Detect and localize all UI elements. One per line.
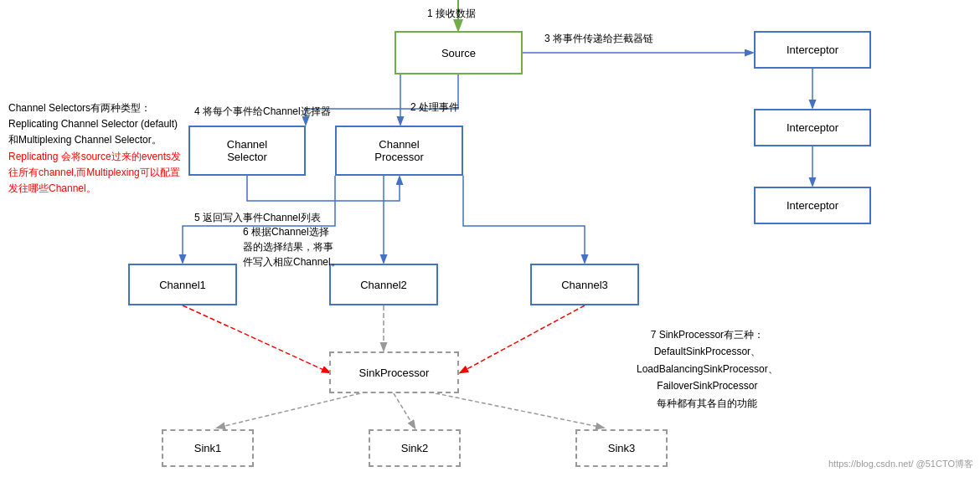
svg-line-8 xyxy=(461,305,585,372)
label-pass-interceptor: 3 将事件传递给拦截器链 xyxy=(544,32,653,46)
interceptor1-label: Interceptor xyxy=(787,44,838,56)
channel3-label: Channel3 xyxy=(561,279,608,291)
svg-line-9 xyxy=(218,393,360,428)
label-process-event: 2 处理事件 xyxy=(410,100,459,115)
interceptor1-box: Interceptor xyxy=(754,31,871,69)
sink2-label: Sink2 xyxy=(401,442,429,454)
sink3-label: Sink3 xyxy=(608,442,636,454)
sink1-label: Sink1 xyxy=(194,442,222,454)
channel-selector-label: ChannelSelector xyxy=(227,138,267,163)
svg-line-10 xyxy=(394,393,415,428)
channel2-box: Channel2 xyxy=(329,264,438,305)
watermark: https://blog.csdn.net/ @51CTO博客 xyxy=(828,458,973,470)
channel-selector-box: ChannelSelector xyxy=(188,126,306,176)
svg-line-6 xyxy=(183,305,329,372)
label-send-channel-selector: 4 将每个事件给Channel选择器 xyxy=(194,105,331,119)
svg-line-11 xyxy=(436,393,603,428)
label-write-channel: 6 根据Channel选择器的选择结果，将事件写入相应Channel。 xyxy=(243,224,341,269)
interceptor2-label: Interceptor xyxy=(787,121,838,134)
label-receive-data: 1 接收数据 xyxy=(427,7,476,21)
sink-processor-box: SinkProcessor xyxy=(329,351,459,393)
channel1-label: Channel1 xyxy=(159,279,206,291)
sink1-box: Sink1 xyxy=(162,429,254,467)
channel2-label: Channel2 xyxy=(360,279,407,291)
channel3-box: Channel3 xyxy=(530,264,639,305)
sidebar-description: Channel Selectors有两种类型：Replicating Chann… xyxy=(8,100,184,197)
diagram-container: Source ChannelSelector ChannelProcessor … xyxy=(0,0,980,477)
sink2-box: Sink2 xyxy=(369,429,461,467)
sink-processor-label: SinkProcessor xyxy=(359,367,430,379)
label-sink-processor-note: 7 SinkProcessor有三种：DefaultSinkProcessor、… xyxy=(637,326,778,412)
interceptor3-box: Interceptor xyxy=(754,187,871,224)
source-label: Source xyxy=(441,47,476,59)
label-return-channel: 5 返回写入事件Channel列表 xyxy=(194,211,321,225)
channel1-box: Channel1 xyxy=(128,264,237,305)
channel-processor-label: ChannelProcessor xyxy=(374,138,424,163)
interceptor2-box: Interceptor xyxy=(754,109,871,146)
sink3-box: Sink3 xyxy=(575,429,668,467)
channel-processor-box: ChannelProcessor xyxy=(335,126,463,176)
source-box: Source xyxy=(395,31,523,74)
interceptor3-label: Interceptor xyxy=(787,199,838,212)
